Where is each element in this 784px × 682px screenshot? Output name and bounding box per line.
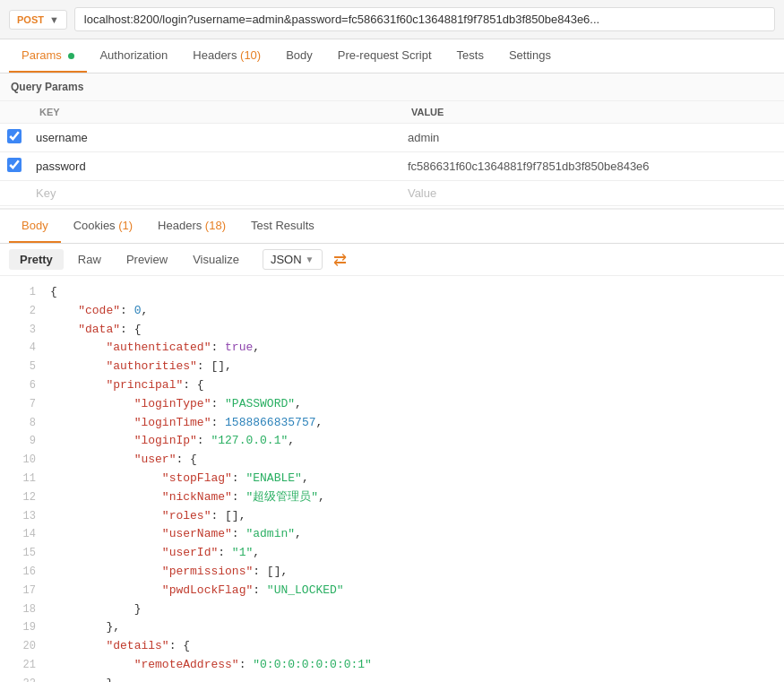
json-line-15: 15 "userId": "1", xyxy=(0,544,784,563)
row2-checkbox-cell xyxy=(0,152,29,181)
response-tab-testresults[interactable]: Test Results xyxy=(238,210,327,243)
tab-authorization[interactable]: Authorization xyxy=(87,39,180,73)
row2-key[interactable]: password xyxy=(29,152,401,181)
json-line-17: 17 "pwdLockFlag": "UN_LOCKED" xyxy=(0,582,784,600)
tab-tests[interactable]: Tests xyxy=(444,39,496,73)
body-preview-btn[interactable]: Preview xyxy=(116,249,178,270)
query-params-label: Query Params xyxy=(0,73,784,101)
json-line-14: 14 "userName": "admin", xyxy=(0,525,784,544)
json-line-7: 7 "loginType": "PASSWORD", xyxy=(0,395,784,414)
cookies-badge: (1) xyxy=(118,219,133,232)
row1-value[interactable]: admin xyxy=(401,124,784,152)
json-line-11: 11 "stopFlag": "ENABLE", xyxy=(0,470,784,488)
json-line-21: 21 "remoteAddress": "0:0:0:0:0:0:0:1" xyxy=(0,656,784,675)
json-line-3: 3 "data": { xyxy=(0,321,784,340)
json-line-13: 13 "roles": [], xyxy=(0,507,784,526)
value-placeholder: Value xyxy=(408,186,436,200)
method-select[interactable]: POST ▼ xyxy=(9,10,67,30)
json-line-18: 18 } xyxy=(0,600,784,619)
response-tabs: Body Cookies (1) Headers (18) Test Resul… xyxy=(0,208,784,244)
tab-params[interactable]: Params xyxy=(9,39,87,73)
tab-prerequest[interactable]: Pre-request Script xyxy=(325,39,444,73)
params-table: KEY VALUE username admin xyxy=(0,101,784,206)
json-line-2: 2 "code": 0, xyxy=(0,302,784,321)
json-line-5: 5 "authorities": [], xyxy=(0,358,784,376)
row1-key[interactable]: username xyxy=(29,124,401,152)
key-col-header: KEY xyxy=(29,101,401,124)
json-viewer: 1 { 2 "code": 0, 3 "data": { 4 "authenti… xyxy=(0,276,784,682)
tab-headers[interactable]: Headers (10) xyxy=(180,39,273,73)
json-line-20: 20 "details": { xyxy=(0,637,784,656)
body-toolbar: Pretty Raw Preview Visualize JSON ▼ ⇄ xyxy=(0,244,784,276)
tab-body[interactable]: Body xyxy=(273,39,325,73)
empty-row: Key Value xyxy=(0,181,784,206)
response-tab-body[interactable]: Body xyxy=(9,210,61,243)
json-line-22: 22 } xyxy=(0,675,784,682)
format-arrow: ▼ xyxy=(306,255,314,264)
url-bar: POST ▼ xyxy=(0,0,784,39)
row1-checkbox-cell xyxy=(0,124,29,152)
json-line-16: 16 "permissions": [], xyxy=(0,563,784,582)
json-line-10: 10 "user": { xyxy=(0,451,784,470)
json-line-19: 19 }, xyxy=(0,618,784,637)
json-line-6: 6 "principal": { xyxy=(0,376,784,395)
body-pretty-btn[interactable]: Pretty xyxy=(9,249,64,270)
json-line-4: 4 "authenticated": true, xyxy=(0,339,784,358)
table-row: password fc586631f60c1364881f9f7851db3f8… xyxy=(0,152,784,181)
request-tabs: Params Authorization Headers (10) Body P… xyxy=(0,39,784,73)
json-line-1: 1 { xyxy=(0,283,784,302)
body-raw-btn[interactable]: Raw xyxy=(67,249,112,270)
body-visualize-btn[interactable]: Visualize xyxy=(182,249,250,270)
wrap-icon[interactable]: ⇄ xyxy=(333,250,347,270)
method-label: POST xyxy=(17,14,44,25)
method-arrow: ▼ xyxy=(49,14,59,25)
json-line-9: 9 "loginIp": "127.0.0.1", xyxy=(0,432,784,451)
row2-value[interactable]: fc586631f60c1364881f9f7851db3f850be843e6 xyxy=(401,152,784,181)
row2-checkbox[interactable] xyxy=(7,158,22,172)
format-label: JSON xyxy=(271,253,302,266)
row1-checkbox[interactable] xyxy=(7,129,22,143)
headers-badge: (10) xyxy=(240,48,261,62)
params-section: Query Params KEY VALUE username admin xyxy=(0,73,784,206)
table-row: username admin xyxy=(0,124,784,152)
params-dot xyxy=(68,53,74,59)
tab-settings[interactable]: Settings xyxy=(496,39,564,73)
key-placeholder: Key xyxy=(36,186,56,200)
checkbox-col-header xyxy=(0,101,29,124)
val-col-header: VALUE xyxy=(401,101,784,124)
json-line-8: 8 "loginTime": 1588866835757, xyxy=(0,414,784,433)
response-tab-headers[interactable]: Headers (18) xyxy=(145,210,238,243)
url-input[interactable] xyxy=(74,7,775,31)
response-tab-cookies[interactable]: Cookies (1) xyxy=(61,210,145,243)
format-select[interactable]: JSON ▼ xyxy=(263,249,323,270)
json-line-12: 12 "nickName": "超级管理员", xyxy=(0,488,784,507)
response-headers-badge: (18) xyxy=(205,219,226,232)
